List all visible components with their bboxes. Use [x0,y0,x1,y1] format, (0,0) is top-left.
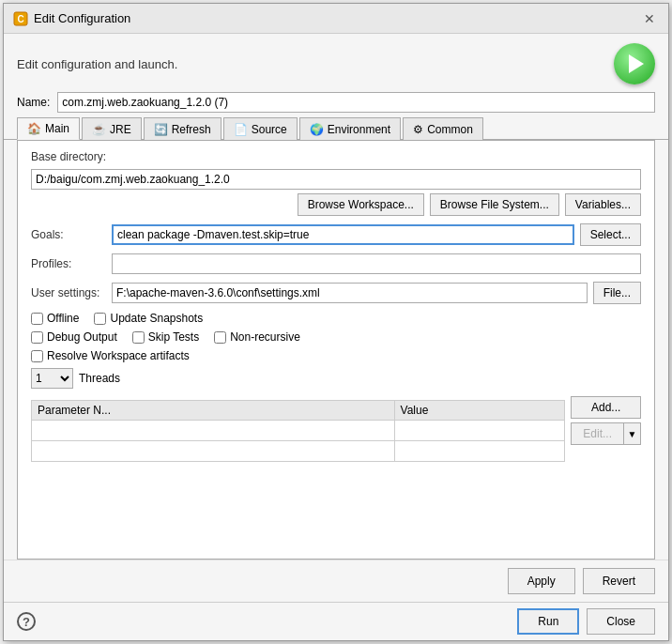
goals-input[interactable] [112,224,574,245]
non-recursive-checkbox-item[interactable]: Non-recursive [214,330,300,344]
apply-button[interactable]: Apply [508,568,575,594]
browse-row: Browse Workspace... Browse File System..… [31,193,641,216]
skip-tests-checkbox-item[interactable]: Skip Tests [132,330,199,344]
checkbox-row-1: Offline Update Snapshots [31,312,641,325]
header-description: Edit configuration and launch. [17,57,177,71]
non-recursive-label: Non-recursive [230,330,300,344]
debug-output-checkbox[interactable] [31,331,43,344]
dialog-title: Edit Configuration [34,11,130,25]
param-name-cell [32,421,395,441]
table-row [32,441,565,462]
title-bar: C Edit Configuration ✕ [4,4,668,34]
name-input[interactable] [57,92,655,113]
edit-dropdown-arrow[interactable]: ▼ [624,422,641,445]
edit-button-group: Edit... ▼ [571,422,641,445]
skip-tests-label: Skip Tests [148,330,199,344]
close-button[interactable]: Close [587,608,655,635]
close-title-button[interactable]: ✕ [640,9,659,28]
param-name-header: Parameter N... [32,401,395,421]
profiles-input[interactable] [112,253,641,274]
parameter-table: Parameter N... Value [31,400,565,462]
tab-common[interactable]: ⚙ Common [403,117,483,140]
non-recursive-checkbox[interactable] [214,331,226,344]
parameter-table-wrapper: Parameter N... Value [31,396,565,462]
checkbox-row-3: Resolve Workspace artifacts [31,349,641,362]
tabs-bar: 🏠 Main ☕ JRE 🔄 Refresh 📄 Source 🌍 Enviro… [4,116,668,140]
goals-row: Goals: Select... [31,223,641,246]
content-area: Base directory: Browse Workspace... Brow… [17,140,655,560]
tab-main-icon: 🏠 [27,122,41,135]
base-directory-label: Base directory: [31,150,641,163]
skip-tests-checkbox[interactable] [132,331,145,344]
tab-source[interactable]: 📄 Source [223,117,298,140]
name-row: Name: [4,88,668,116]
add-parameter-button[interactable]: Add... [571,396,641,419]
user-settings-row: User settings: File... [31,282,641,304]
tab-refresh-label: Refresh [172,123,211,136]
config-icon: C [13,11,28,26]
offline-checkbox[interactable] [31,313,43,325]
update-snapshots-label: Update Snapshots [110,312,203,325]
tab-common-icon: ⚙ [413,123,423,136]
table-row [32,421,565,441]
tab-environment[interactable]: 🌍 Environment [299,117,401,140]
tab-refresh[interactable]: 🔄 Refresh [144,117,221,140]
update-snapshots-checkbox-item[interactable]: Update Snapshots [94,312,203,325]
param-name-cell [32,441,395,462]
tab-source-icon: 📄 [234,123,248,136]
tab-jre-icon: ☕ [92,123,106,136]
threads-label: Threads [79,372,120,385]
resolve-workspace-label: Resolve Workspace artifacts [47,349,190,362]
offline-label: Offline [47,312,79,325]
threads-row: 1 2 4 8 Threads [31,368,641,389]
run-button[interactable]: Run [517,608,579,635]
user-settings-label: User settings: [31,286,106,299]
user-settings-input[interactable] [112,283,588,303]
offline-checkbox-item[interactable]: Offline [31,312,79,325]
base-directory-input[interactable] [31,169,641,190]
svg-text:C: C [17,14,23,24]
name-label: Name: [17,96,50,109]
goals-label: Goals: [31,228,106,241]
file-button[interactable]: File... [593,282,641,304]
revert-button[interactable]: Revert [583,568,655,594]
tab-jre-label: JRE [110,123,131,136]
parameter-table-section: Parameter N... Value [31,396,641,462]
debug-output-checkbox-item[interactable]: Debug Output [31,330,117,344]
footer-buttons: Run Close [517,608,655,635]
update-snapshots-checkbox[interactable] [94,313,106,325]
table-action-buttons: Add... Edit... ▼ [571,396,641,462]
tab-environment-icon: 🌍 [310,123,324,136]
checkbox-row-2: Debug Output Skip Tests Non-recursive [31,330,641,344]
tab-environment-label: Environment [328,123,390,136]
resolve-workspace-checkbox-item[interactable]: Resolve Workspace artifacts [31,349,190,362]
edit-parameter-button[interactable]: Edit... [571,422,624,445]
tab-refresh-icon: 🔄 [154,123,168,136]
browse-filesystem-button[interactable]: Browse File System... [430,193,559,216]
edit-configuration-dialog: C Edit Configuration ✕ Edit configuratio… [3,3,669,641]
tab-main-label: Main [45,122,69,135]
run-icon [614,43,655,84]
variables-button[interactable]: Variables... [565,193,641,216]
debug-output-label: Debug Output [47,330,117,344]
profiles-row: Profiles: [31,253,641,274]
threads-select[interactable]: 1 2 4 8 [31,368,73,389]
param-value-cell [394,421,565,441]
resolve-workspace-checkbox[interactable] [31,350,43,362]
tab-source-label: Source [252,123,287,136]
header-area: Edit configuration and launch. [4,34,668,88]
param-value-header: Value [394,401,565,421]
tab-jre[interactable]: ☕ JRE [82,117,142,140]
footer-bar: ? Run Close [4,602,668,640]
title-bar-left: C Edit Configuration [13,11,130,26]
tab-common-label: Common [427,123,473,136]
browse-workspace-button[interactable]: Browse Workspace... [298,193,424,216]
help-icon[interactable]: ? [17,612,36,631]
select-goals-button[interactable]: Select... [580,223,641,246]
param-value-cell [394,441,565,462]
profiles-label: Profiles: [31,257,106,270]
tab-main[interactable]: 🏠 Main [17,117,80,140]
apply-revert-area: Apply Revert [4,560,668,602]
